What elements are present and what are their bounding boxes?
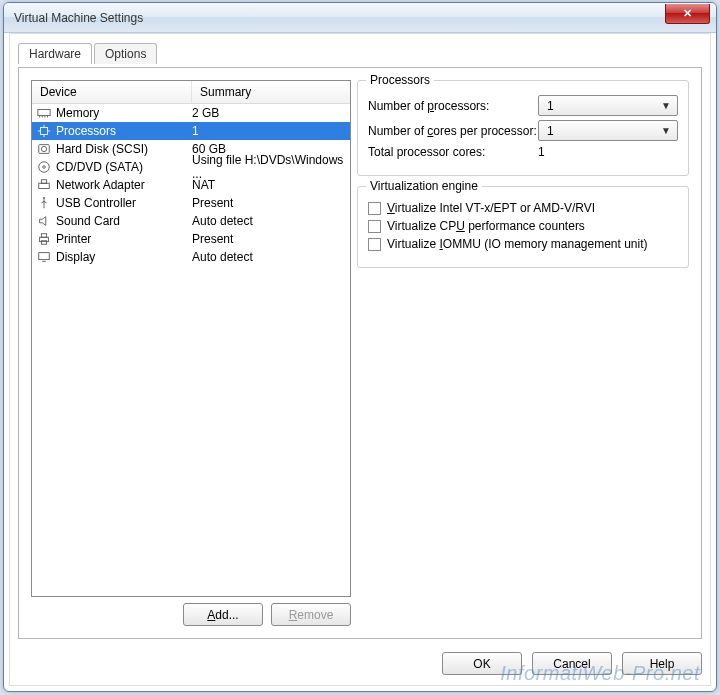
device-summary: 1 [192,124,346,138]
device-summary: NAT [192,178,346,192]
device-label: USB Controller [56,196,136,210]
total-cores-label: Total processor cores: [368,145,538,159]
device-list: Device Summary Memory 2 GB Processors 1 [31,80,351,597]
device-label: Display [56,250,95,264]
processor-icon [36,124,52,138]
device-list-header: Device Summary [32,81,350,104]
device-row-processors[interactable]: Processors 1 [32,122,350,140]
cd-icon [36,160,52,174]
device-label: Memory [56,106,99,120]
svg-rect-14 [39,183,50,188]
checkbox-iommu[interactable] [368,238,381,251]
window: Virtual Machine Settings ✕ Hardware Opti… [3,2,717,692]
titlebar: Virtual Machine Settings ✕ [4,3,716,33]
usb-icon [36,196,52,210]
memory-icon [36,106,52,120]
device-label: Network Adapter [56,178,145,192]
tab-options[interactable]: Options [94,43,157,64]
device-row-network[interactable]: Network Adapter NAT [32,176,350,194]
device-label: Sound Card [56,214,120,228]
checkbox-iommu-label: Virtualize IOMMU (IO memory management u… [387,237,648,251]
chevron-down-icon: ▼ [661,125,671,136]
sound-icon [36,214,52,228]
num-processors-label: Number of processors: [368,99,538,113]
device-summary: Auto detect [192,250,346,264]
group-processors: Processors Number of processors: 1 ▼ Num… [357,80,689,176]
chevron-down-icon: ▼ [661,100,671,111]
tab-hardware[interactable]: Hardware [18,43,92,64]
svg-point-16 [43,197,45,199]
printer-icon [36,232,52,246]
harddisk-icon [36,142,52,156]
detail-panel: Processors Number of processors: 1 ▼ Num… [357,80,689,626]
device-summary: Using file H:\DVDs\Windows ... [192,153,346,181]
svg-point-12 [39,162,50,173]
cores-value: 1 [547,124,554,138]
device-summary: Present [192,232,346,246]
close-button[interactable]: ✕ [665,4,710,24]
device-row-sound[interactable]: Sound Card Auto detect [32,212,350,230]
device-label: CD/DVD (SATA) [56,160,143,174]
help-button[interactable]: Help [622,652,702,675]
device-summary: 2 GB [192,106,346,120]
svg-rect-0 [38,110,50,116]
device-row-memory[interactable]: Memory 2 GB [32,104,350,122]
device-panel: Device Summary Memory 2 GB Processors 1 [31,80,351,626]
num-processors-dropdown[interactable]: 1 ▼ [538,95,678,116]
display-icon [36,250,52,264]
svg-point-13 [43,166,46,169]
group-legend: Processors [366,73,434,87]
device-label: Processors [56,124,116,138]
checkbox-perf[interactable] [368,220,381,233]
tabstrip: Hardware Options [10,34,710,63]
num-processors-value: 1 [547,99,554,113]
cores-per-processor-label: Number of cores per processor: [368,124,538,138]
checkbox-perf-label: Virtualize CPU performance counters [387,219,585,233]
tab-page-hardware: Device Summary Memory 2 GB Processors 1 [18,67,702,639]
svg-point-11 [41,146,46,151]
device-row-usb[interactable]: USB Controller Present [32,194,350,212]
device-summary: Present [192,196,346,210]
ok-button[interactable]: OK [442,652,522,675]
window-title: Virtual Machine Settings [14,11,143,25]
svg-rect-5 [41,128,48,135]
add-button[interactable]: Add... [183,603,263,626]
cores-per-processor-dropdown[interactable]: 1 ▼ [538,120,678,141]
checkbox-vtx[interactable] [368,202,381,215]
group-legend: Virtualization engine [366,179,482,193]
svg-rect-18 [41,234,46,238]
total-cores-value: 1 [538,145,678,159]
svg-rect-20 [39,253,50,260]
col-summary[interactable]: Summary [192,81,350,103]
group-virtualization: Virtualization engine Virtualize Intel V… [357,186,689,268]
device-summary: Auto detect [192,214,346,228]
device-label: Hard Disk (SCSI) [56,142,148,156]
device-row-display[interactable]: Display Auto detect [32,248,350,266]
close-icon: ✕ [683,7,692,20]
device-row-printer[interactable]: Printer Present [32,230,350,248]
remove-button[interactable]: Remove [271,603,351,626]
device-row-cddvd[interactable]: CD/DVD (SATA) Using file H:\DVDs\Windows… [32,158,350,176]
dialog-footer: OK Cancel Help [18,652,702,675]
checkbox-vtx-label: Virtualize Intel VT-x/EPT or AMD-V/RVI [387,201,595,215]
network-icon [36,178,52,192]
device-label: Printer [56,232,91,246]
client-area: Hardware Options Device Summary Memory 2… [9,33,711,686]
cancel-button[interactable]: Cancel [532,652,612,675]
svg-rect-15 [41,180,46,184]
col-device[interactable]: Device [32,81,192,103]
